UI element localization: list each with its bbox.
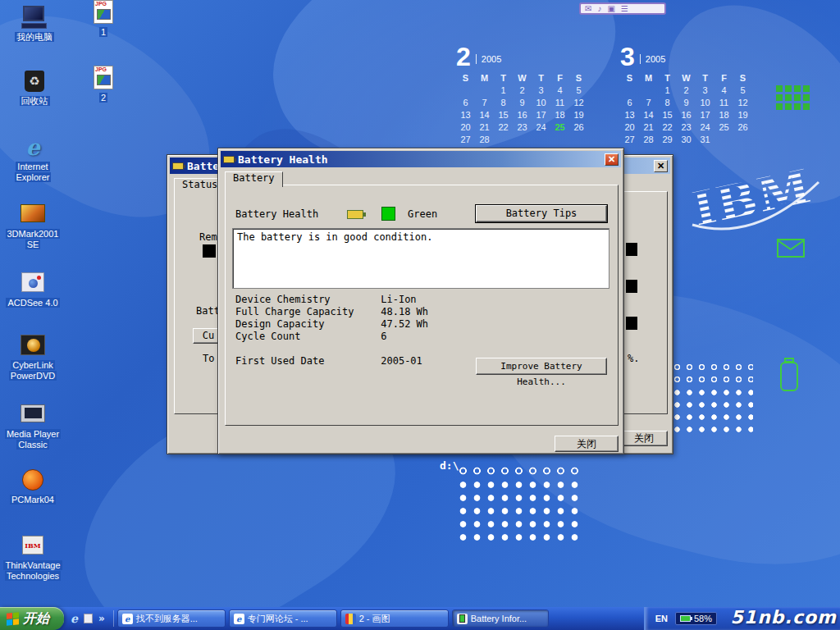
taskbar: 开始 e » e 找不到服务器... e 专门网论坛 - ... 2 - 画图 …: [0, 607, 840, 630]
internet-explorer-quick-icon[interactable]: e: [71, 612, 78, 625]
start-button[interactable]: 开始: [0, 607, 64, 630]
percent-label: %.: [628, 353, 639, 364]
show-desktop-icon[interactable]: [84, 614, 93, 623]
desktop-icon-recycle-bin[interactable]: ♻ 回收站: [3, 69, 66, 107]
close-icon[interactable]: ✕: [605, 153, 619, 166]
field-value: Li-Ion: [381, 294, 416, 305]
task-button-server-not-found[interactable]: e 找不到服务器...: [117, 609, 226, 628]
mail-icon[interactable]: ✉: [585, 4, 591, 13]
field-label: First Used Date: [235, 355, 375, 367]
calendar-cell: 3: [696, 84, 714, 97]
calendar-cell: 28: [639, 134, 658, 146]
calendar-cell: [550, 134, 569, 146]
calendar-cell: 19: [569, 109, 588, 121]
battery-status-icon: [347, 210, 363, 219]
media-icon[interactable]: ▣: [607, 4, 614, 13]
calendar-cell: 25: [550, 121, 569, 134]
close-icon[interactable]: ✕: [654, 160, 668, 172]
desktop-icon-jpg-2[interactable]: JPG 2: [72, 66, 135, 103]
calendar-cell: 24: [696, 121, 714, 134]
field-row: Design Capacity 47.52 Wh: [235, 318, 428, 330]
desktop-icon-acdsee[interactable]: ACDSee 4.0: [2, 271, 64, 308]
desktop-icon-powerdvd[interactable]: CyberLink PowerDVD: [2, 333, 64, 381]
language-indicator[interactable]: EN: [655, 614, 668, 623]
gauge-block: [203, 244, 216, 258]
calendar-cell: 11: [550, 97, 569, 109]
calendar-cell: 9: [677, 97, 696, 109]
calendar-february: 2 2005 SMTWTFS 1234567891011121314151617…: [456, 44, 588, 146]
calendar-cell: 6: [620, 97, 639, 109]
desktop-icon-thinkvantage[interactable]: IBM ThinkVantage Technologies: [2, 533, 64, 582]
calendar-cell: [456, 84, 475, 97]
desktop-icon-pcmark04[interactable]: PCMark04: [2, 468, 64, 505]
battery-tray-icon: [680, 615, 691, 622]
calendar-cell: 7: [475, 97, 494, 109]
battery-tips-button[interactable]: Battery Tips: [476, 205, 607, 222]
calendar-cell: 11: [714, 97, 733, 109]
task-button-forum[interactable]: e 专门网论坛 - ...: [229, 609, 337, 628]
calendar-cell: 8: [494, 97, 513, 109]
close-button[interactable]: 关闭: [555, 436, 619, 452]
calendar-day-headers: SMTWTFS: [620, 72, 752, 84]
task-button-paint[interactable]: 2 - 画图: [340, 609, 449, 628]
calendar-cell: 10: [532, 97, 550, 109]
close-button[interactable]: 关闭: [620, 431, 668, 446]
desktop-icon-my-computer[interactable]: 我的电脑: [3, 5, 66, 43]
calendar-cell: 31: [696, 134, 714, 146]
field-value: 2005-01: [381, 355, 422, 367]
calendar-cell: [733, 134, 752, 146]
calendar-cell: 23: [677, 121, 696, 134]
floating-toolbar[interactable]: ✉ ♪ ▣ ☰: [579, 2, 666, 15]
calendar-cell: M: [475, 72, 494, 84]
calendar-march: 3 2005 SMTWTFS 1234567891011121314151617…: [620, 44, 752, 146]
improve-battery-health-button[interactable]: Improve Battery Health...: [476, 358, 607, 375]
powerdvd-icon: [18, 333, 48, 358]
chevron-icon[interactable]: »: [98, 613, 105, 624]
calendar-cell: S: [456, 72, 475, 84]
battery-window-icon: [172, 162, 184, 170]
calendar-cell: 14: [475, 109, 494, 121]
calendar-month-number: 2: [456, 44, 471, 69]
calendar-cell: 16: [513, 109, 532, 121]
battery-tray-indicator[interactable]: 58%: [675, 612, 717, 625]
menu-icon[interactable]: ☰: [621, 4, 628, 13]
title-bar[interactable]: Battery Health ✕: [221, 151, 621, 167]
dot-pattern-filled: [456, 478, 582, 544]
desktop-icon-internet-explorer[interactable]: e Internet Explorer: [2, 135, 64, 183]
calendar-cell: 2: [677, 84, 696, 97]
task-button-battery-information[interactable]: Battery Infor...: [452, 609, 549, 628]
calendar-year: 2005: [640, 54, 665, 64]
calendar-cell: 9: [513, 97, 532, 109]
window-title: Battery Health: [238, 153, 328, 166]
calendar-cell: M: [639, 72, 658, 84]
tab-battery[interactable]: Battery: [225, 171, 283, 187]
gauge-block: [626, 280, 637, 293]
jpg-file-icon: JPG: [89, 66, 118, 90]
calendar-cell: 21: [639, 121, 658, 134]
desktop-icon-3dmark2001[interactable]: 3DMark2001 SE: [2, 202, 64, 250]
calendar-cell: 15: [658, 109, 677, 121]
paint-icon: [345, 614, 356, 624]
calendar-cell: F: [550, 72, 569, 84]
calendar-cell: [620, 84, 639, 97]
watermark: 51nb.com: [731, 607, 837, 630]
desktop-icon-media-player-classic[interactable]: Media Player Classic: [2, 402, 64, 450]
calendar-cell: T: [532, 72, 550, 84]
desktop-icon-jpg-1[interactable]: JPG 1: [72, 0, 135, 38]
field-label: Cycle Count: [235, 331, 375, 342]
dot-pattern-filled: [671, 386, 753, 434]
calendar-cell: S: [620, 72, 639, 84]
field-value: 6: [381, 331, 386, 342]
calendar-cell: 26: [569, 121, 588, 134]
field-value: 47.52 Wh: [381, 318, 428, 330]
calendar-cell: 28: [475, 134, 494, 146]
taskbar-separator: [113, 610, 114, 627]
calendar-cell: 26: [733, 121, 752, 134]
field-label: Design Capacity: [235, 318, 375, 330]
condition-text-area: The battery is in good condition.: [232, 228, 609, 289]
battery-health-window: Battery Health ✕ Battery Battery Health …: [217, 148, 624, 454]
calendar-cell: 4: [714, 84, 733, 97]
music-note-icon[interactable]: ♪: [597, 4, 601, 13]
calendar-cell: 5: [569, 84, 588, 97]
calendar-cell: 20: [620, 121, 639, 134]
